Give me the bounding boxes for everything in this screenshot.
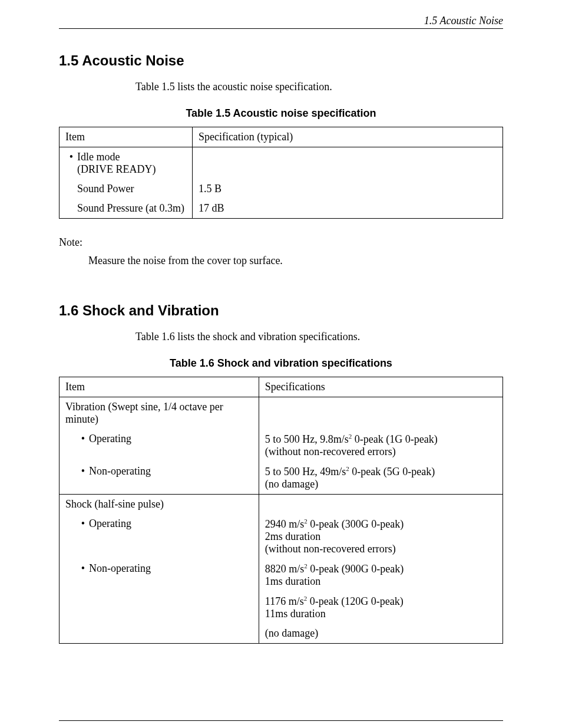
section-heading-1-6: 1.6 Shock and Vibration	[59, 302, 503, 319]
table-cell: • Idle mode (DRIVE READY)	[59, 147, 193, 180]
table-cell: • Non-operating	[59, 559, 259, 591]
table-header-item: Item	[59, 127, 193, 147]
group-title: Vibration (Swept sine, 1/4 octave per mi…	[59, 397, 259, 430]
bullet-icon: •	[77, 433, 89, 445]
item-label: Non-operating	[89, 562, 151, 575]
table-cell: • Operating	[59, 514, 259, 559]
table-row: • Idle mode (DRIVE READY)	[59, 147, 503, 180]
section-heading-1-5: 1.5 Acoustic Noise	[59, 52, 503, 69]
section-1-5-intro: Table 1.5 lists the acoustic noise speci…	[135, 81, 503, 93]
item-label: Operating	[89, 433, 131, 445]
table-cell: 17 dB	[192, 199, 503, 219]
table-1-6-caption: Table 1.6 Shock and vibration specificat…	[59, 357, 503, 370]
section-1-6-intro: Table 1.6 lists the shock and vibration …	[135, 331, 503, 343]
table-cell: 5 to 500 Hz, 49m/s2 0-peak (5G 0-peak) (…	[259, 462, 503, 495]
table-cell: 5 to 500 Hz, 9.8m/s2 0-peak (1G 0-peak) …	[259, 429, 503, 462]
item-label: Sound Pressure (at 0.3m)	[65, 202, 186, 215]
table-cell: • Non-operating	[59, 462, 259, 495]
table-row: • Operating 2940 m/s2 0-peak (300G 0-pea…	[59, 514, 503, 559]
table-row: 1176 m/s2 0-peak (120G 0-peak) 11ms dura…	[59, 591, 503, 624]
table-row: Shock (half-sine pulse)	[59, 495, 503, 515]
header-rule: 1.5 Acoustic Noise	[59, 28, 503, 29]
table-row: • Non-operating 5 to 500 Hz, 49m/s2 0-pe…	[59, 462, 503, 495]
table-row: Item Specification (typical)	[59, 127, 503, 147]
table-1-5-caption: Table 1.5 Acoustic noise specification	[59, 107, 503, 120]
table-cell: Sound Pressure (at 0.3m)	[59, 199, 193, 219]
note-body: Measure the noise from the cover top sur…	[88, 255, 503, 267]
footer-rule	[59, 720, 503, 721]
table-1-6: Item Specifications Vibration (Swept sin…	[59, 377, 503, 644]
table-row: Sound Power 1.5 B	[59, 179, 503, 199]
table-cell	[259, 495, 503, 515]
table-cell: • Operating	[59, 429, 259, 462]
bullet-icon: •	[65, 151, 77, 176]
table-row: Vibration (Swept sine, 1/4 octave per mi…	[59, 397, 503, 430]
note-label: Note:	[59, 236, 503, 249]
bullet-icon: •	[77, 562, 89, 575]
table-1-5: Item Specification (typical) • Idle mode…	[59, 127, 503, 219]
table-row: • Non-operating 8820 m/s2 0-peak (900G 0…	[59, 559, 503, 591]
table-row: • Operating 5 to 500 Hz, 9.8m/s2 0-peak …	[59, 429, 503, 462]
table-row: (no damage)	[59, 624, 503, 644]
table-cell	[192, 147, 503, 180]
table-cell: 1176 m/s2 0-peak (120G 0-peak) 11ms dura…	[259, 591, 503, 624]
item-label: Idle mode (DRIVE READY)	[77, 151, 156, 176]
item-label: Non-operating	[89, 465, 151, 477]
table-cell: 2940 m/s2 0-peak (300G 0-peak) 2ms durat…	[259, 514, 503, 559]
table-cell: 1.5 B	[192, 179, 503, 199]
table-header-item: Item	[59, 377, 259, 397]
header-section-label: 1.5 Acoustic Noise	[424, 15, 503, 27]
table-header-spec: Specification (typical)	[192, 127, 503, 147]
table-header-spec: Specifications	[259, 377, 503, 397]
table-cell	[259, 397, 503, 430]
table-cell	[59, 624, 259, 644]
bullet-icon: •	[77, 518, 89, 530]
table-cell: (no damage)	[259, 624, 503, 644]
table-cell	[59, 591, 259, 624]
group-title: Shock (half-sine pulse)	[59, 495, 259, 515]
table-row: Sound Pressure (at 0.3m) 17 dB	[59, 199, 503, 219]
table-row: Item Specifications	[59, 377, 503, 397]
item-label: Sound Power	[65, 183, 186, 195]
item-label: Operating	[89, 518, 131, 530]
table-cell: 8820 m/s2 0-peak (900G 0-peak) 1ms durat…	[259, 559, 503, 591]
bullet-icon: •	[77, 465, 89, 477]
table-cell: Sound Power	[59, 179, 193, 199]
page: 1.5 Acoustic Noise 1.5 Acoustic Noise Ta…	[0, 28, 562, 728]
